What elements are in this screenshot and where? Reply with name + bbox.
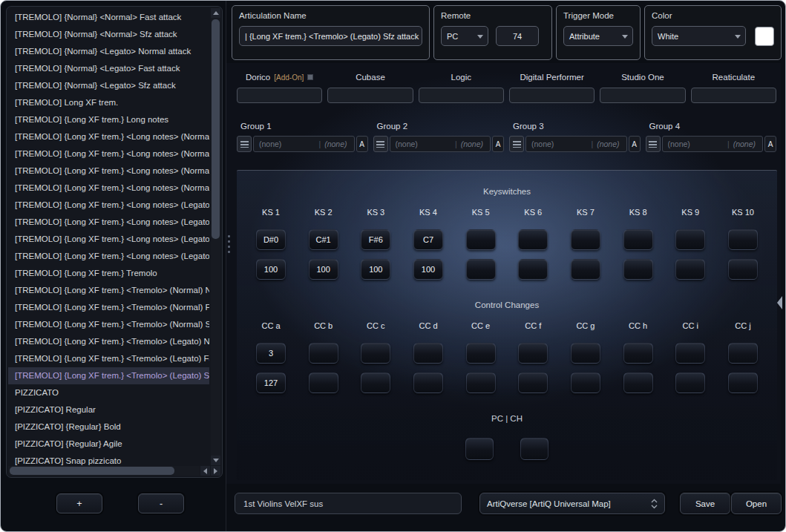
cc-value-button[interactable]: 127 xyxy=(256,372,286,393)
articulation-list-item[interactable]: [TREMOLO] {Normal} <Normal> Fast attack xyxy=(8,9,209,26)
scroll-down-button[interactable] xyxy=(211,456,220,465)
cc-value-button[interactable] xyxy=(571,372,600,393)
cc-value-button[interactable] xyxy=(518,372,548,393)
vertical-scroll-thumb[interactable] xyxy=(212,19,220,239)
cc-number-button[interactable] xyxy=(361,343,390,364)
addon-toggle[interactable] xyxy=(307,74,313,80)
cc-value-button[interactable] xyxy=(623,372,653,393)
daw-articulation-input[interactable] xyxy=(237,88,322,103)
group-menu-button[interactable] xyxy=(237,136,252,152)
keyswitch-velocity-button[interactable]: 100 xyxy=(309,259,338,280)
list-horizontal-scrollbar[interactable] xyxy=(8,466,220,476)
group-value-box[interactable]: (none)|(none) xyxy=(390,136,491,152)
articulation-list-item[interactable]: [TREMOLO] {Long XF trem.} Long notes xyxy=(8,111,209,128)
articulation-name-input[interactable]: | {Long XF trem.} <Tremolo> (Legato) Sfz… xyxy=(239,26,422,46)
panel-drag-handle[interactable] xyxy=(228,235,230,253)
cc-number-button[interactable] xyxy=(675,343,705,364)
articulation-list-item[interactable]: PIZZICATO xyxy=(8,384,209,401)
articulation-list-item[interactable]: [TREMOLO] {Long XF trem.} <Tremolo> (Leg… xyxy=(8,367,209,384)
articulation-list-item[interactable]: [TREMOLO] {Long XF trem.} Tremolo xyxy=(8,265,209,282)
articulation-list-item[interactable]: [TREMOLO] {Long XF trem.} <Long notes> (… xyxy=(8,128,209,145)
ch-button[interactable] xyxy=(520,438,548,460)
panel-collapse-arrow-icon[interactable] xyxy=(777,296,782,309)
remote-number-input[interactable]: 74 xyxy=(496,26,539,46)
articulation-list-item[interactable]: [PIZZICATO] Regular xyxy=(8,401,209,418)
save-button[interactable]: Save xyxy=(680,493,730,514)
map-select-dropdown[interactable]: ArtiQverse [ArtiQ Universal Map] xyxy=(479,493,665,514)
keyswitch-velocity-button[interactable]: 100 xyxy=(413,259,443,280)
horizontal-scroll-track[interactable] xyxy=(8,466,200,476)
articulation-list-item[interactable]: [TREMOLO] {Long XF trem.} <Tremolo> (Nor… xyxy=(8,282,209,299)
cc-value-button[interactable] xyxy=(361,372,390,393)
keyswitch-velocity-button[interactable] xyxy=(466,259,496,280)
daw-articulation-input[interactable] xyxy=(600,88,685,103)
articulation-list-item[interactable]: [TREMOLO] {Long XF trem.} <Tremolo> (Leg… xyxy=(8,333,209,350)
group-value-box[interactable]: (none)|(none) xyxy=(525,136,627,152)
articulation-list-item[interactable]: [TREMOLO] {Normal} <Legato> Sfz attack xyxy=(8,77,209,94)
keyswitch-note-button[interactable]: C#1 xyxy=(309,229,338,250)
articulation-list-item[interactable]: [TREMOLO] {Long XF trem.} <Tremolo> (Leg… xyxy=(8,350,209,367)
keyswitch-velocity-button[interactable] xyxy=(623,259,653,280)
cc-value-button[interactable] xyxy=(675,372,705,393)
articulation-list-item[interactable]: [PIZZICATO] Snap pizzicato xyxy=(8,453,209,466)
keyswitch-velocity-button[interactable]: 100 xyxy=(361,259,390,280)
articulation-list-item[interactable]: [PIZZICATO] {Regular} Agile xyxy=(8,436,209,453)
group-sort-button[interactable]: A xyxy=(356,136,368,152)
daw-articulation-input[interactable] xyxy=(419,88,504,103)
scroll-left-button[interactable] xyxy=(200,466,210,476)
keyswitch-note-button[interactable] xyxy=(623,229,653,250)
articulation-list-item[interactable]: [TREMOLO] {Normal} <Legato> Normal attac… xyxy=(8,43,209,60)
cc-number-button[interactable]: 3 xyxy=(256,343,286,364)
scroll-up-button[interactable] xyxy=(211,8,220,18)
keyswitch-velocity-button[interactable]: 100 xyxy=(256,259,286,280)
cc-value-button[interactable] xyxy=(466,372,496,393)
daw-articulation-input[interactable] xyxy=(691,88,776,103)
remove-articulation-button[interactable]: - xyxy=(138,493,184,513)
keyswitch-velocity-button[interactable] xyxy=(728,259,758,280)
keyswitch-note-button[interactable]: C7 xyxy=(413,229,443,250)
cc-value-button[interactable] xyxy=(309,372,338,393)
trigger-mode-dropdown[interactable]: Attribute xyxy=(563,26,633,46)
keyswitch-note-button[interactable] xyxy=(466,229,496,250)
color-swatch[interactable] xyxy=(755,27,774,46)
cc-number-button[interactable] xyxy=(413,343,443,364)
remote-type-dropdown[interactable]: PC xyxy=(441,26,488,46)
keyswitch-note-button[interactable] xyxy=(728,229,758,250)
articulation-list-item[interactable]: [TREMOLO] {Long XF trem.} <Long notes> (… xyxy=(8,145,209,162)
keyswitch-velocity-button[interactable] xyxy=(571,259,600,280)
pc-button[interactable] xyxy=(465,438,494,460)
articulation-list-item[interactable]: [TREMOLO] {Long XF trem.} <Long notes> (… xyxy=(8,248,209,265)
daw-articulation-input[interactable] xyxy=(509,88,595,103)
add-articulation-button[interactable]: + xyxy=(56,493,102,513)
articulation-list-item[interactable]: [TREMOLO] {Normal} <Normal> Sfz attack xyxy=(8,26,209,43)
articulation-list-item[interactable]: [TREMOLO] {Long XF trem.} <Tremolo> (Nor… xyxy=(8,316,209,333)
articulation-list-item[interactable]: [TREMOLO] Long XF trem. xyxy=(8,94,209,111)
cc-value-button[interactable] xyxy=(728,372,758,393)
group-sort-button[interactable]: A xyxy=(764,136,776,152)
articulation-list-item[interactable]: [TREMOLO] {Long XF trem.} <Long notes> (… xyxy=(8,231,209,248)
keyswitch-velocity-button[interactable] xyxy=(675,259,705,280)
group-value-box[interactable]: (none)|(none) xyxy=(662,136,764,152)
cc-number-button[interactable] xyxy=(571,343,600,364)
group-menu-button[interactable] xyxy=(373,136,388,152)
cc-number-button[interactable] xyxy=(728,343,758,364)
group-menu-button[interactable] xyxy=(646,136,661,152)
keyswitch-note-button[interactable] xyxy=(571,229,600,250)
cc-number-button[interactable] xyxy=(309,343,338,364)
keyswitch-note-button[interactable]: F#6 xyxy=(361,229,390,250)
cc-number-button[interactable] xyxy=(466,343,496,364)
articulation-list-item[interactable]: [TREMOLO] {Long XF trem.} <Long notes> (… xyxy=(8,162,209,180)
keyswitch-velocity-button[interactable] xyxy=(518,259,548,280)
group-value-box[interactable]: (none)|(none) xyxy=(253,136,355,152)
horizontal-scroll-thumb[interactable] xyxy=(10,467,174,475)
color-dropdown[interactable]: White xyxy=(652,26,746,46)
group-sort-button[interactable]: A xyxy=(492,136,504,152)
keyswitch-note-button[interactable]: D#0 xyxy=(256,229,286,250)
group-sort-button[interactable]: A xyxy=(629,136,641,152)
articulation-list-item[interactable]: [TREMOLO] {Long XF trem.} <Long notes> (… xyxy=(8,180,209,197)
articulation-list-item[interactable]: [TREMOLO] {Long XF trem.} <Tremolo> (Nor… xyxy=(8,299,209,316)
vertical-scroll-track[interactable] xyxy=(211,18,220,456)
list-vertical-scrollbar[interactable] xyxy=(211,8,220,465)
open-button[interactable]: Open xyxy=(731,493,782,514)
cc-value-button[interactable] xyxy=(413,372,443,393)
